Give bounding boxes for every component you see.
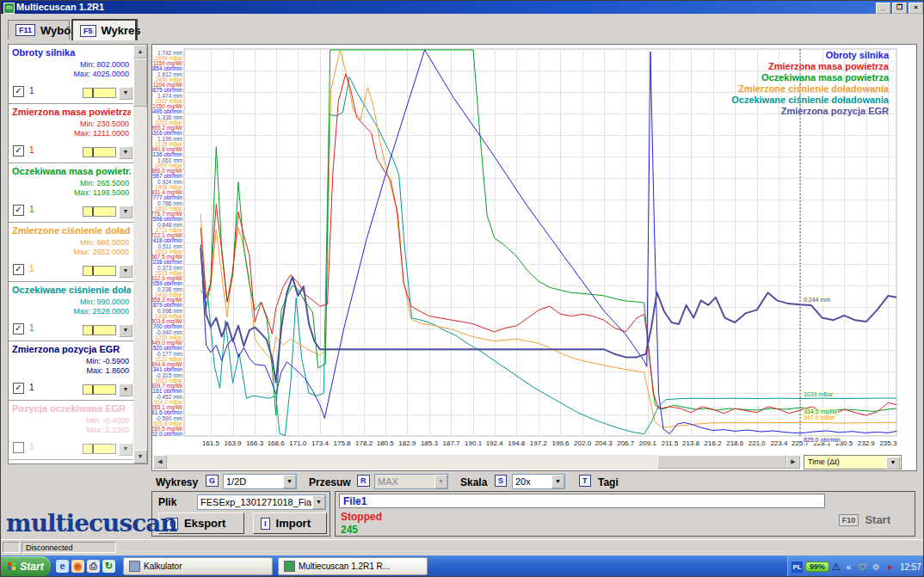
parameter-name: Zmierzona pozycja EGR <box>12 344 131 354</box>
line-width-slider[interactable] <box>83 384 116 395</box>
chevron-down-icon[interactable]: ▼ <box>551 475 564 488</box>
scroll-left-icon[interactable]: ◀ <box>153 455 167 469</box>
chevron-down-icon[interactable]: ▼ <box>312 495 325 509</box>
parameter-panel: Zmierzona masa powietrzaMin: 230.5000Max… <box>9 104 133 163</box>
session-name-field[interactable]: File1 <box>339 494 825 508</box>
import-button[interactable]: I Import <box>253 513 327 534</box>
s-key-badge[interactable]: S <box>495 475 507 487</box>
parameter-channel: 1 <box>29 86 34 95</box>
parameter-max: Max: 2652.0000 <box>73 248 129 256</box>
wykresy-label: Wykresy <box>156 476 198 488</box>
parameter-checkbox[interactable]: ✓ <box>13 264 24 275</box>
line-width-slider[interactable] <box>83 325 116 335</box>
parameter-min: Min: -0.5900 <box>86 357 129 365</box>
parameter-name: Zmierzone ciśnienie doładowania <box>12 225 131 236</box>
time-scrollbar-thumb[interactable] <box>657 455 786 469</box>
warning-icon[interactable]: ⚠ <box>832 562 841 573</box>
chevron-down-icon[interactable]: ▼ <box>119 265 132 278</box>
battery-indicator[interactable]: 99% <box>805 562 829 572</box>
x-axis-label: 163.9 <box>225 439 243 447</box>
g-key-badge[interactable]: G <box>206 475 219 487</box>
gear-icon[interactable]: ⚙ <box>871 562 882 573</box>
x-axis-label: 192.4 <box>486 439 504 447</box>
scroll-right-icon[interactable]: ▶ <box>786 455 800 469</box>
x-axis-label: 180.5 <box>377 439 395 447</box>
printer-icon[interactable]: ⎙ <box>87 560 100 573</box>
collapse-chevron-icon[interactable]: « <box>843 562 854 573</box>
line-width-slider[interactable] <box>83 266 116 276</box>
chevron-down-icon[interactable]: ▼ <box>119 146 132 159</box>
parameter-channel: 1 <box>29 323 34 333</box>
parameter-panel: Oczekiwane ciśnienie doładowaniaMin: 990… <box>9 282 133 341</box>
security-icon[interactable]: ● <box>884 562 896 573</box>
scroll-up-icon[interactable]: ▲ <box>133 45 147 58</box>
shield-icon[interactable]: 🛡 <box>857 562 868 573</box>
x-axis-label: 178.2 <box>355 439 373 447</box>
x-axis-label: 185.3 <box>421 439 439 447</box>
parameter-checkbox[interactable]: ✓ <box>13 145 24 157</box>
legend-entry: Zmierzona pozycja EGR <box>731 106 889 117</box>
application-window: m Multiecuscan 1.2R1 _❐× F11 Wybór F5 Wy… <box>0 0 924 577</box>
sidebar-scrollbar[interactable]: ▲ ▼ <box>133 45 147 463</box>
taskbar-task-2[interactable]: Multiecuscan 1.2R1 R... <box>278 557 428 575</box>
x-axis-label: 206.7 <box>617 439 635 447</box>
line-width-slider[interactable] <box>83 444 116 454</box>
parameter-channel: 1 <box>29 442 34 451</box>
minimize-button[interactable]: _ <box>876 3 890 14</box>
windows-flag-icon <box>8 562 16 571</box>
status-bar: Disconnected <box>1 539 924 555</box>
x-axis-label: 221.0 <box>748 439 767 447</box>
parameter-checkbox[interactable] <box>13 442 24 453</box>
chevron-down-icon[interactable]: ▼ <box>119 324 132 337</box>
internet-explorer-icon[interactable]: e <box>56 560 69 573</box>
parameter-checkbox[interactable]: ✓ <box>13 383 24 394</box>
chevron-down-icon[interactable]: ▼ <box>119 206 132 218</box>
parameter-min: Min: 886.0000 <box>80 238 129 247</box>
r-key-badge[interactable]: R <box>357 475 370 487</box>
legend-entry: Zmierzone ciśnienie doładowania <box>731 83 889 95</box>
system-tray: PL 99% ⚠ «🛡⚙● 12:57 <box>787 556 924 577</box>
time-scrollbar[interactable]: ◀ ▶ <box>153 455 800 470</box>
t-key-badge[interactable]: T <box>579 475 591 487</box>
scroll-down-icon[interactable]: ▼ <box>133 450 147 463</box>
f10-key-badge: F10 <box>839 514 859 526</box>
line-width-slider[interactable] <box>83 88 116 98</box>
wykresy-select[interactable]: 1/2D ▼ <box>223 474 297 489</box>
f11-key-badge: F11 <box>15 24 35 36</box>
parameter-checkbox[interactable]: ✓ <box>13 86 24 97</box>
app-icon: m <box>3 3 15 14</box>
chevron-down-icon[interactable]: ▼ <box>119 384 132 396</box>
parameter-sidebar: Obroty silnikaMin: 802.0000Max: 4025.000… <box>8 44 148 464</box>
firefox-icon[interactable]: ◉ <box>71 560 84 573</box>
start-button-taskbar[interactable]: Start <box>1 556 51 577</box>
x-axis-label: 173.4 <box>311 439 330 447</box>
title-bar: m Multiecuscan 1.2R1 _❐× <box>1 1 924 14</box>
file-select[interactable]: FESExp_1301271018_Fiat Br ▼ <box>197 494 326 510</box>
start-button[interactable]: F10 Start <box>839 513 890 526</box>
parameter-checkbox[interactable]: ✓ <box>13 323 24 335</box>
updater-icon[interactable]: ↻ <box>102 560 115 573</box>
line-width-slider[interactable] <box>83 206 116 217</box>
parameter-name: Pozycja oczekiwana EGR <box>12 403 131 414</box>
close-button[interactable]: × <box>909 3 923 14</box>
parameter-channel: 1 <box>29 145 34 155</box>
chevron-down-icon[interactable]: ▼ <box>119 443 132 456</box>
chevron-down-icon[interactable]: ▼ <box>283 475 296 488</box>
language-indicator[interactable]: PL <box>792 562 803 573</box>
maximize-button[interactable]: ❐ <box>892 3 907 14</box>
time-axis-combo[interactable]: Time (Δt) ▼ <box>804 455 902 470</box>
skala-select[interactable]: 20x ▼ <box>512 474 565 489</box>
x-axis-label: 202.0 <box>574 439 592 447</box>
tab-wykres[interactable]: F5 Wykres <box>71 19 137 40</box>
chevron-down-icon[interactable]: ▼ <box>886 457 900 470</box>
tab-wybor[interactable]: F11 Wybór <box>8 20 70 40</box>
parameter-max: Max: 1.8600 <box>86 366 129 375</box>
parameter-checkbox[interactable]: ✓ <box>13 205 24 216</box>
chevron-down-icon: ▼ <box>434 475 447 488</box>
chevron-down-icon[interactable]: ▼ <box>119 87 132 100</box>
line-width-slider[interactable] <box>83 147 116 157</box>
scrollbar-thumb[interactable] <box>133 58 147 107</box>
legend-entry: Oczekiwana masa powietrza <box>731 72 889 83</box>
taskbar-task-1[interactable]: Kalkulator <box>123 557 273 575</box>
clock: 12:57 <box>900 562 921 572</box>
